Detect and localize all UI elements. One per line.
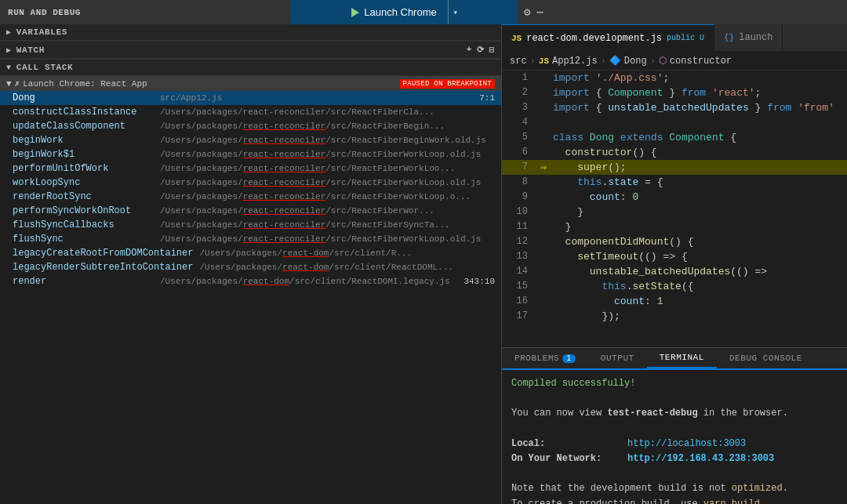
stack-frame[interactable]: beginWork /Users/packages/react-reconcil… bbox=[0, 133, 501, 147]
tab-react-dom[interactable]: JS react-dom.development.js public U bbox=[502, 24, 714, 51]
frame-name: performUnitOfWork bbox=[13, 163, 154, 174]
stack-frame[interactable]: legacyRenderSubtreeIntoContainer /Users/… bbox=[0, 260, 501, 274]
code-line: 1 import './App.css'; bbox=[502, 71, 847, 85]
variables-label: VARIABLES bbox=[16, 27, 67, 37]
bottom-panel: PROBLEMS 1 OUTPUT TERMINAL DEBUG CONSOLE… bbox=[502, 347, 847, 504]
code-line: 3 import { unstable_batchedUpdates } fro… bbox=[502, 100, 847, 115]
stack-frame[interactable]: constructClassInstance /Users/packages/r… bbox=[0, 105, 501, 119]
frame-name: workLoopSync bbox=[13, 177, 154, 188]
frame-path: src/App12.js bbox=[160, 93, 473, 103]
stack-frame[interactable]: performSyncWorkOnRoot /Users/packages/re… bbox=[0, 204, 501, 218]
code-content: unstable_batchedUpdates(() => bbox=[550, 264, 847, 279]
terminal-line-local: Local: http://localhost:3003 bbox=[511, 437, 838, 451]
watch-add-icon[interactable]: + bbox=[467, 45, 472, 55]
left-panel: ▶ VARIABLES ▶ WATCH + ⟳ ⊟ ▼ CALL STACK bbox=[0, 24, 502, 504]
stack-frame[interactable]: flushSync /Users/packages/react-reconcil… bbox=[0, 232, 501, 246]
launch-dropdown-arrow[interactable]: ▾ bbox=[448, 0, 463, 24]
code-content: import './App.css'; bbox=[550, 71, 847, 85]
call-stack-header[interactable]: ▼ CALL STACK bbox=[0, 60, 501, 76]
code-content: this.state = { bbox=[550, 175, 847, 190]
frame-name: flushSyncCallbacks bbox=[13, 219, 154, 230]
frame-name: beginWork$1 bbox=[13, 149, 154, 160]
code-content: count: 0 bbox=[550, 190, 847, 205]
more-icon[interactable]: ⋯ bbox=[536, 5, 543, 19]
code-content: super(); bbox=[550, 160, 847, 175]
frame-name: flushSync bbox=[13, 234, 154, 245]
stack-frame[interactable]: Dong src/App12.js 7:1 bbox=[0, 91, 501, 105]
watch-label: WATCH bbox=[16, 45, 45, 55]
debug-arrow-col bbox=[537, 71, 550, 85]
debug-arrow-col bbox=[537, 190, 550, 205]
stack-frame[interactable]: renderRootSync /Users/packages/react-rec… bbox=[0, 190, 501, 204]
right-panel: JS react-dom.development.js public U {} … bbox=[502, 24, 847, 504]
line-number: 13 bbox=[502, 249, 537, 264]
call-stack-label: CALL STACK bbox=[16, 63, 74, 72]
terminal-network-url: http://192.168.43.238:3003 bbox=[627, 451, 774, 466]
tab-debug-console[interactable]: DEBUG CONSOLE bbox=[717, 348, 815, 368]
frame-name: Dong bbox=[13, 92, 154, 103]
line-number: 15 bbox=[502, 279, 537, 294]
variables-section-header[interactable]: ▶ VARIABLES bbox=[0, 24, 501, 41]
frame-name: render bbox=[13, 276, 154, 287]
tab-label-react-dom: react-dom.development.js bbox=[526, 33, 662, 44]
bottom-tabs: PROBLEMS 1 OUTPUT TERMINAL DEBUG CONSOLE bbox=[502, 348, 847, 370]
settings-icon[interactable]: ⚙ bbox=[524, 5, 530, 19]
stack-frame[interactable]: beginWork$1 /Users/packages/react-reconc… bbox=[0, 147, 501, 161]
debug-arrow-col bbox=[537, 115, 550, 130]
tab-output[interactable]: OUTPUT bbox=[588, 348, 647, 368]
frame-path: /Users/packages/react-reconciler/src/Rea… bbox=[160, 220, 495, 230]
frame-location: 7:1 bbox=[479, 93, 495, 103]
code-content bbox=[550, 115, 847, 130]
code-line: 6 constructor() { bbox=[502, 145, 847, 160]
line-number: 2 bbox=[502, 85, 537, 100]
watch-collapse-icon[interactable]: ⊟ bbox=[489, 45, 495, 55]
code-line: 2 import { Component } from 'react'; bbox=[502, 85, 847, 100]
debug-arrow-col: ⇒ bbox=[537, 160, 550, 175]
terminal-local-label: Local: bbox=[511, 437, 621, 451]
terminal-local-url: http://localhost:3003 bbox=[627, 437, 746, 451]
debug-arrow-col bbox=[537, 85, 550, 100]
frame-name: performSyncWorkOnRoot bbox=[13, 205, 154, 216]
tab-launch[interactable]: {} launch bbox=[714, 24, 783, 51]
frame-path: /Users/packages/react-dom/src/client/Rea… bbox=[160, 277, 457, 286]
watch-refresh-icon[interactable]: ⟳ bbox=[477, 45, 485, 55]
code-line: 4 bbox=[502, 115, 847, 130]
frame-path: /Users/packages/react-reconciler/src/Rea… bbox=[160, 192, 495, 201]
frame-path: /Users/packages/react-dom/src/client/Rea… bbox=[199, 263, 495, 272]
stack-frame[interactable]: performUnitOfWork /Users/packages/react-… bbox=[0, 161, 501, 176]
launch-button-group[interactable]: Launch Chrome ▾ bbox=[290, 0, 518, 24]
code-line: 14 unstable_batchedUpdates(() => bbox=[502, 264, 847, 279]
watch-icons: + ⟳ ⊟ bbox=[467, 45, 495, 55]
code-line: 5 class Dong extends Component { bbox=[502, 130, 847, 145]
frame-path: /Users/packages/react-dom/src/client/R..… bbox=[199, 248, 495, 258]
debug-arrow-col bbox=[537, 100, 550, 115]
group-icon: ✗ bbox=[15, 78, 20, 89]
watch-section: ▶ WATCH + ⟳ ⊟ bbox=[0, 41, 501, 59]
terminal-line-empty3 bbox=[511, 466, 838, 481]
tab-terminal[interactable]: TERMINAL bbox=[647, 348, 717, 368]
terminal-network-label: On Your Network: bbox=[511, 451, 621, 466]
stack-frame[interactable]: workLoopSync /Users/packages/react-recon… bbox=[0, 176, 501, 190]
group-name: Launch Chrome: React App bbox=[23, 79, 147, 89]
frame-path: /Users/packages/react-reconciler/src/Rea… bbox=[160, 107, 495, 117]
line-number: 7 bbox=[502, 160, 537, 175]
line-number: 14 bbox=[502, 264, 537, 279]
debug-arrow-col bbox=[537, 130, 550, 145]
stack-frame[interactable]: render /Users/packages/react-dom/src/cli… bbox=[0, 274, 501, 288]
json-icon: {} bbox=[724, 33, 734, 42]
stack-frame[interactable]: flushSyncCallbacks /Users/packages/react… bbox=[0, 218, 501, 232]
stack-frame[interactable]: legacyCreateRootFromDOMContainer /Users/… bbox=[0, 246, 501, 260]
frame-name: renderRootSync bbox=[13, 191, 154, 202]
js-icon: JS bbox=[511, 34, 522, 43]
code-line: 15 this.setState({ bbox=[502, 279, 847, 294]
tab-problems-label: PROBLEMS bbox=[514, 354, 559, 363]
stack-frame[interactable]: updateClassComponent /Users/packages/rea… bbox=[0, 119, 501, 133]
code-editor: 1 import './App.css'; 2 import { Compone… bbox=[502, 71, 847, 347]
launch-chrome-button[interactable]: Launch Chrome bbox=[345, 6, 443, 18]
watch-section-header[interactable]: ▶ WATCH + ⟳ ⊟ bbox=[0, 42, 501, 59]
tab-output-label: OUTPUT bbox=[601, 354, 634, 363]
breadcrumb-constructor: constructor bbox=[670, 56, 732, 67]
tab-problems[interactable]: PROBLEMS 1 bbox=[502, 348, 588, 368]
code-content: componentDidMount() { bbox=[550, 234, 847, 249]
call-stack-arrow: ▼ bbox=[6, 63, 12, 72]
